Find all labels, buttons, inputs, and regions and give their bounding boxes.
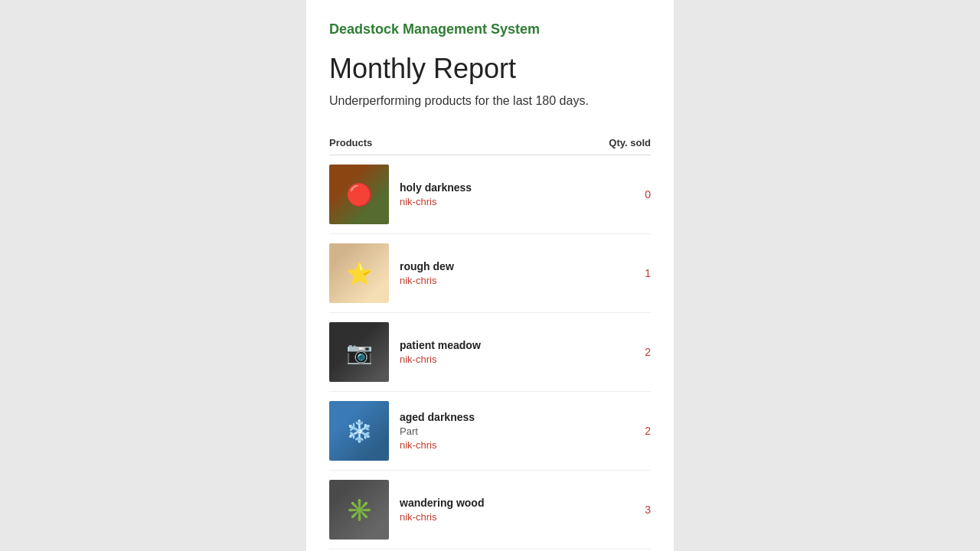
table-row: ⭐rough dewnik-chris1 xyxy=(329,234,651,313)
product-info: holy darknessnik-chris xyxy=(400,181,472,207)
product-list: 🔴holy darknessnik-chris0⭐rough dewnik-ch… xyxy=(329,155,651,551)
product-name: aged darkness xyxy=(400,411,475,423)
product-qty: 2 xyxy=(628,425,651,437)
product-image: 📷 xyxy=(329,322,389,382)
table-row: ✳️wandering woodnik-chris3 xyxy=(329,471,651,549)
product-left: ✳️wandering woodnik-chris xyxy=(329,480,484,540)
product-qty: 0 xyxy=(628,188,651,201)
report-subtitle: Underperforming products for the last 18… xyxy=(329,94,651,108)
product-info: wandering woodnik-chris xyxy=(400,497,484,523)
product-vendor: nik-chris xyxy=(400,275,454,286)
product-qty: 3 xyxy=(628,504,651,516)
product-vendor: nik-chris xyxy=(400,196,472,207)
product-image: 🔴 xyxy=(329,165,389,224)
report-title: Monthly Report xyxy=(329,53,651,85)
product-info: patient meadownik-chris xyxy=(400,339,481,365)
product-vendor: nik-chris xyxy=(400,511,484,523)
product-vendor: nik-chris xyxy=(400,354,481,365)
product-left: 🔴holy darknessnik-chris xyxy=(329,165,472,224)
column-header-qty: Qty. sold xyxy=(609,137,651,148)
table-row: ❄️aged darknessPartnik-chris2 xyxy=(329,392,651,471)
table-row: 📷patient meadownik-chris2 xyxy=(329,313,651,392)
product-left: 📷patient meadownik-chris xyxy=(329,322,481,382)
product-info: aged darknessPartnik-chris xyxy=(400,411,475,451)
product-info: rough dewnik-chris xyxy=(400,260,454,286)
product-name: wandering wood xyxy=(400,497,484,509)
product-image: ⭐ xyxy=(329,243,389,303)
product-name: rough dew xyxy=(400,260,454,272)
app-title: Deadstock Management System xyxy=(329,15,651,37)
product-image: ✳️ xyxy=(329,480,389,540)
column-header-products: Products xyxy=(329,137,372,148)
product-image: ❄️ xyxy=(329,401,389,461)
table-row: 🔴holy darknessnik-chris0 xyxy=(329,155,651,234)
main-container: Deadstock Management System Monthly Repo… xyxy=(306,0,674,551)
product-left: ❄️aged darknessPartnik-chris xyxy=(329,401,475,461)
product-qty: 1 xyxy=(628,267,651,279)
product-part: Part xyxy=(400,425,475,437)
product-left: ⭐rough dewnik-chris xyxy=(329,243,454,303)
product-name: patient meadow xyxy=(400,339,481,351)
product-vendor: nik-chris xyxy=(400,439,475,451)
table-header: Products Qty. sold xyxy=(329,131,651,155)
product-qty: 2 xyxy=(628,346,651,358)
product-name: holy darkness xyxy=(400,181,472,194)
